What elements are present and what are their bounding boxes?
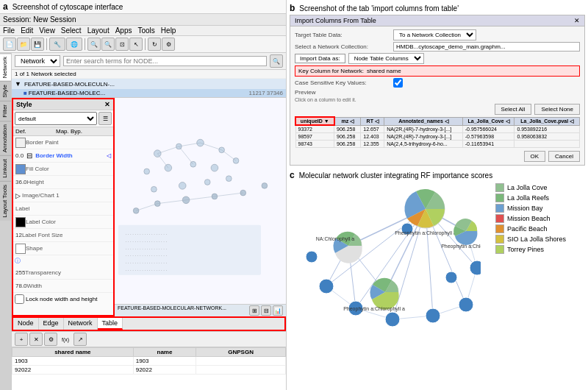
toolbar-fit[interactable]: ⊡ (115, 38, 129, 51)
legend-label-la-jolla-cove: La Jolla Cove (507, 184, 548, 191)
lock-checkbox[interactable] (15, 294, 24, 304)
tab-edge[interactable]: Edge (39, 318, 64, 330)
legend-pacific-beach: Pacific Beach (495, 224, 585, 233)
tab-annotation[interactable]: Annotation (0, 121, 11, 155)
network-item-label: FEATURE-BASED-MOLECULN-... (24, 81, 115, 88)
legend-color-mission-bay (495, 204, 504, 213)
table-btn-1[interactable]: + (15, 333, 28, 346)
menu-help[interactable]: Help (161, 26, 176, 35)
style-label: Label (13, 202, 113, 216)
network-item-child[interactable]: ■ FEATURE-BASED-MOLEC... 11217 37346 (12, 89, 286, 97)
dialog-title: Import Columns From Table (295, 17, 376, 24)
chart-icon: ▷ (15, 192, 21, 199)
view-toggle-2[interactable]: ⊟ (261, 305, 271, 316)
col-rt[interactable]: RT ◁ (361, 117, 384, 125)
col-mz[interactable]: mz ◁ (334, 117, 361, 125)
search-button[interactable]: 🔍 (270, 54, 283, 68)
style-label-font-size: 12 Label Font Size (13, 229, 113, 242)
svg-line-28 (215, 193, 243, 196)
toolbar-network[interactable]: 🌐 (66, 38, 82, 51)
network-bar: Network 🔍 (12, 53, 286, 70)
tab-filter[interactable]: Filter (0, 101, 11, 121)
toolbar-refresh[interactable]: ↻ (148, 38, 161, 51)
tab-network[interactable]: Network (64, 318, 98, 330)
panel-b-title: Screenshot of the tab 'import columns fr… (299, 4, 459, 13)
preview-label: Preview (295, 89, 580, 96)
toolbar-zoom-in[interactable]: 🔍 (87, 38, 101, 51)
toolbar-open[interactable]: 📁 (17, 38, 30, 51)
shape-swatch[interactable] (15, 244, 26, 254)
select-none-btn[interactable]: Select None (534, 104, 580, 115)
network-selector[interactable]: Network (15, 55, 60, 67)
toolbar-import[interactable]: 🔧 (49, 38, 65, 51)
network-collection-input[interactable] (393, 42, 580, 52)
svg-text:· · · · · · · · · · · · · · · : · · · · · · · · · · · · · · · · · · (126, 239, 168, 244)
table-toolbar: + ✕ ⚙ f(x) ↗ (12, 332, 286, 347)
select-all-btn[interactable]: Select All (495, 104, 532, 115)
toolbar-settings[interactable]: ⚙ (162, 38, 175, 51)
legend-la-jolla-reefs: La Jolla Reefs (495, 194, 585, 202)
svg-line-17 (179, 146, 193, 164)
toolbar-select[interactable]: ↖ (129, 38, 143, 51)
style-width: 78.0 Width (13, 280, 113, 293)
col-lajolla-cove-pval[interactable]: La_Jolla_Cove.pval ◁ (514, 117, 580, 125)
legend-mission-bay: Mission Bay (495, 204, 585, 213)
col-name[interactable]: name (133, 348, 196, 357)
style-menu[interactable]: ☰ (98, 112, 112, 125)
tab-style[interactable]: Style (0, 81, 11, 101)
table-btn-3[interactable]: ⚙ (44, 333, 57, 346)
legend-label-pacific-beach: Pacific Beach (507, 225, 548, 233)
right-panel: b Screenshot of the tab 'import columns … (287, 0, 588, 390)
table-btn-2[interactable]: ✕ (29, 333, 43, 346)
tab-node[interactable]: Node (13, 318, 39, 330)
svg-point-55 (319, 279, 334, 294)
info-icon[interactable]: ⓘ (15, 258, 21, 264)
bottom-tabs: Node Edge Network Table (12, 316, 286, 331)
case-sensitive-checkbox[interactable] (393, 78, 403, 88)
col-shared-name[interactable]: shared name (12, 348, 134, 357)
menu-apps[interactable]: Apps (115, 26, 132, 35)
tab-network[interactable]: Network (0, 53, 11, 81)
dialog-close-icon[interactable]: ✕ (574, 17, 580, 24)
network-item-parent[interactable]: ▼ FEATURE-BASED-MOLECULN-... (12, 79, 286, 89)
network-subitem-label: FEATURE-BASED-MOLEC... (29, 90, 105, 96)
prop-def-label: Def. (15, 128, 56, 135)
tab-layout-tools[interactable]: Layout Tools (0, 181, 11, 221)
svg-line-26 (157, 200, 186, 204)
col-uniqueid[interactable]: uniqueID ▼ (295, 117, 334, 125)
tab-linkout[interactable]: Linkout (0, 155, 11, 181)
view-toggle-1[interactable]: ⊞ (249, 305, 259, 316)
target-select[interactable]: To a Network Collection (393, 29, 476, 40)
menu-file[interactable]: File (3, 26, 15, 35)
tab-table[interactable]: Table (98, 318, 123, 330)
network-count2: 37346 (267, 90, 283, 96)
toolbar-new[interactable]: 📄 (3, 38, 16, 51)
fill-color-swatch[interactable] (15, 164, 26, 174)
col-lajolla-cove[interactable]: La_Jolla_Cove ◁ (462, 117, 514, 125)
menu-select[interactable]: Select (61, 26, 82, 35)
import-data-btn[interactable]: Import Data as: (295, 54, 345, 63)
ok-button[interactable]: OK (524, 151, 546, 162)
cancel-button[interactable]: Cancel (548, 151, 580, 162)
menu-layout[interactable]: Layout (87, 26, 110, 35)
style-border-width: 0.0 ⊟ Border Width ◁ (13, 149, 113, 163)
svg-point-61 (306, 251, 318, 263)
toolbar-zoom-out[interactable]: 🔍 (101, 38, 115, 51)
menu-view[interactable]: View (39, 26, 55, 35)
import-as-select[interactable]: Node Table Columns (348, 53, 424, 64)
search-input[interactable] (63, 56, 267, 66)
col-gnps[interactable]: GNPSGN (196, 348, 286, 357)
view-toggle-3[interactable]: 📊 (273, 305, 283, 316)
col-annotated[interactable]: Annotated_names ◁ (384, 117, 463, 125)
menu-tools[interactable]: Tools (137, 26, 154, 35)
toolbar: 📄 📁 💾 🔧 🌐 🔍 🔍 ⊡ ↖ ↻ ⚙ (0, 36, 286, 53)
table-row: 92022 92022 (12, 366, 286, 375)
table-formula: f(x) (62, 337, 69, 342)
table-export[interactable]: ↗ (74, 333, 87, 346)
menu-edit[interactable]: Edit (21, 26, 33, 35)
border-paint-swatch[interactable] (15, 138, 26, 148)
style-preset[interactable]: default (15, 112, 97, 125)
toolbar-save[interactable]: 💾 (31, 38, 44, 51)
node-table: + ✕ ⚙ f(x) ↗ shared name name G (12, 331, 286, 390)
label-color-swatch[interactable] (15, 217, 26, 227)
